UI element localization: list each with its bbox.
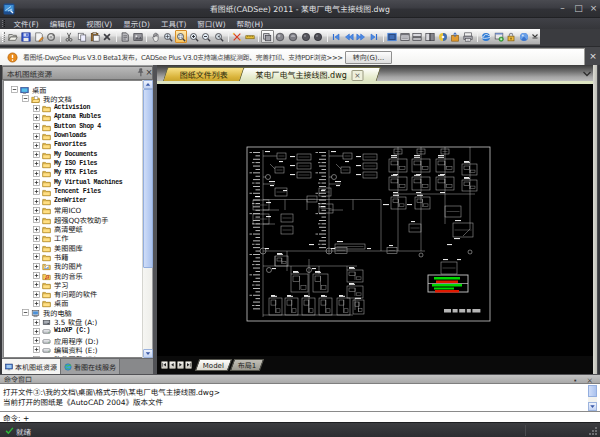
maximize-button[interactable]: □	[572, 3, 585, 14]
nav-next-button[interactable]	[355, 30, 368, 43]
expand-icon[interactable]	[33, 188, 40, 195]
panel-tab[interactable]: 本机图纸资源	[2, 359, 61, 375]
scroll-down-icon[interactable]	[143, 349, 153, 358]
drawing-canvas[interactable]	[157, 84, 594, 356]
resize-grip[interactable]	[588, 426, 598, 436]
fullscreen-button[interactable]	[386, 30, 399, 43]
toolbar-overflow-icon[interactable]	[531, 30, 540, 43]
scrollbar-thumb[interactable]	[143, 89, 153, 268]
window-tile-button[interactable]	[398, 30, 411, 43]
document-tab[interactable]: 图纸文件列表	[163, 67, 246, 81]
image-button[interactable]	[132, 30, 145, 43]
sphere-dark2-button[interactable]	[312, 30, 325, 43]
sphere-dark-button[interactable]	[299, 30, 312, 43]
expand-icon[interactable]	[33, 346, 40, 353]
layout-tab[interactable]: 布局1	[230, 359, 265, 371]
expand-icon[interactable]	[33, 281, 40, 288]
layout-nav-last-icon[interactable]	[185, 361, 192, 369]
measure-button[interactable]	[231, 30, 244, 43]
expand-icon[interactable]	[33, 337, 40, 344]
page-edit-button[interactable]	[33, 30, 46, 43]
menu-w[interactable]: 窗口(W)	[192, 18, 231, 29]
menu-f[interactable]: 文件(F)	[8, 18, 44, 29]
cut-button[interactable]	[63, 30, 76, 43]
minimize-button[interactable]: –	[556, 3, 569, 14]
command-scrollbar[interactable]	[588, 385, 597, 411]
expand-icon[interactable]	[33, 253, 40, 260]
window-vertical-button[interactable]	[424, 30, 437, 43]
help-sphere-button[interactable]	[518, 30, 531, 43]
window-horizontal-button[interactable]	[411, 30, 424, 43]
command-scrollbar-thumb[interactable]	[588, 385, 597, 397]
nav-prev-button[interactable]	[342, 30, 355, 43]
ruler-button[interactable]	[243, 30, 256, 43]
export-button[interactable]	[449, 30, 462, 43]
command-history[interactable]: 打开文件③:\我的文档\桌面\格式示例\某电厂电气主接线图.dwg> 当前打开的…	[0, 383, 600, 411]
copy-button[interactable]	[76, 30, 89, 43]
scroll-up-icon[interactable]	[143, 80, 153, 89]
expand-icon[interactable]	[33, 105, 40, 112]
menu-v[interactable]: 视图(V)	[81, 18, 118, 29]
notification-close-icon[interactable]: ×	[588, 51, 598, 61]
menu-grip[interactable]	[2, 20, 5, 27]
expand-icon[interactable]	[33, 198, 40, 205]
nav-last-button[interactable]	[368, 30, 381, 43]
expand-icon[interactable]	[33, 123, 40, 130]
expand-icon[interactable]	[33, 291, 40, 298]
goto-button[interactable]: 转向(G)...	[345, 51, 392, 64]
tree-scrollbar[interactable]	[142, 80, 152, 358]
options-color-button[interactable]	[436, 30, 449, 43]
expand-icon[interactable]	[33, 142, 40, 149]
expand-icon[interactable]	[33, 244, 40, 251]
menu-h[interactable]: 帮助(H)	[231, 18, 269, 29]
expand-icon[interactable]	[33, 216, 40, 223]
open-folder-button[interactable]	[7, 30, 20, 43]
zoom-in-button[interactable]	[187, 30, 200, 43]
expand-icon[interactable]	[33, 207, 40, 214]
save-button[interactable]	[20, 30, 33, 43]
layers-button[interactable]	[261, 30, 274, 43]
page-dark-button[interactable]	[119, 30, 132, 43]
layout-tab[interactable]: Model	[195, 359, 232, 371]
sphere-light2-button[interactable]	[287, 30, 300, 43]
layout-nav-next-icon[interactable]	[177, 361, 184, 369]
command-window-header[interactable]: 命令窗口▪ ×	[0, 374, 600, 383]
expand-icon[interactable]	[33, 300, 40, 307]
menu-e[interactable]: 编辑(E)	[44, 18, 81, 29]
pan-hand-button[interactable]	[149, 30, 162, 43]
expand-icon[interactable]	[33, 133, 40, 140]
zoom-out-button[interactable]	[200, 30, 213, 43]
expand-icon[interactable]	[33, 151, 40, 158]
menu-d[interactable]: 显示(D)	[118, 18, 156, 29]
menu-t[interactable]: 工具(T)	[155, 18, 191, 29]
print-list-button[interactable]	[462, 30, 475, 43]
command-scroll-down-icon[interactable]	[588, 402, 597, 411]
ie-browser-button[interactable]	[480, 30, 493, 43]
zoom-window-button[interactable]	[175, 30, 188, 43]
command-input[interactable]: 命令: +	[0, 411, 600, 422]
refresh-button[interactable]	[45, 30, 58, 43]
zoom-previous-button[interactable]	[213, 30, 226, 43]
expand-icon[interactable]	[33, 328, 40, 335]
toolbar-grip[interactable]	[2, 32, 5, 42]
sphere-light-button[interactable]	[274, 30, 287, 43]
close-button[interactable]: ×	[587, 3, 600, 14]
expand-icon[interactable]	[33, 272, 40, 279]
collapse-icon[interactable]	[22, 95, 29, 102]
panel-tab[interactable]: 看图在线服务	[61, 359, 120, 375]
expand-icon[interactable]	[33, 226, 40, 233]
expand-icon[interactable]	[33, 114, 40, 121]
expand-icon[interactable]	[33, 170, 40, 177]
collapse-icon[interactable]	[22, 309, 29, 316]
mail-button[interactable]	[492, 30, 505, 43]
lock-button[interactable]	[505, 30, 518, 43]
title-bar[interactable]: 看图纸(CADSee) 2011 - 某电厂电气主接线图.dwg – □ ×	[0, 0, 600, 18]
expand-icon[interactable]	[33, 263, 40, 270]
delete-button[interactable]	[101, 30, 114, 43]
expand-icon[interactable]	[33, 179, 40, 186]
layout-nav-prev-icon[interactable]	[169, 361, 176, 369]
zoom-extents-button[interactable]	[162, 30, 175, 43]
collapse-icon[interactable]	[11, 86, 18, 93]
nav-first-button[interactable]	[330, 30, 343, 43]
tab-close-icon[interactable]: ×	[352, 70, 363, 81]
